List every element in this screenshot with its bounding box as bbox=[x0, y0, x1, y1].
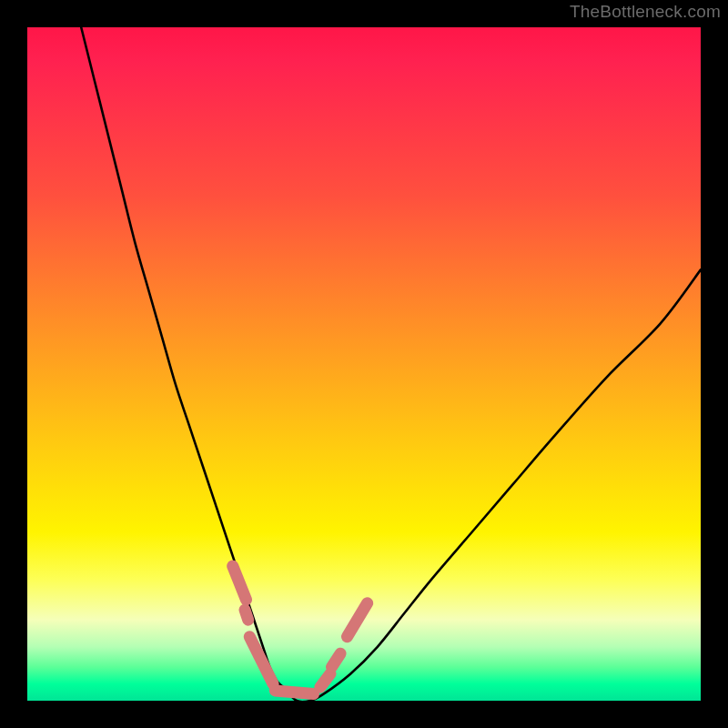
highlight-segment bbox=[348, 603, 368, 637]
chart-frame: TheBottleneck.com bbox=[0, 0, 728, 728]
watermark-label: TheBottleneck.com bbox=[570, 2, 721, 22]
highlight-segment bbox=[245, 610, 248, 620]
plot-area bbox=[27, 27, 701, 701]
highlight-segment bbox=[331, 653, 340, 667]
highlight-segment bbox=[320, 673, 330, 687]
highlight-segment bbox=[233, 566, 247, 600]
bottleneck-curve bbox=[81, 27, 701, 702]
curve-svg bbox=[27, 27, 701, 701]
highlight-group bbox=[233, 566, 368, 694]
highlight-segment bbox=[275, 691, 313, 694]
